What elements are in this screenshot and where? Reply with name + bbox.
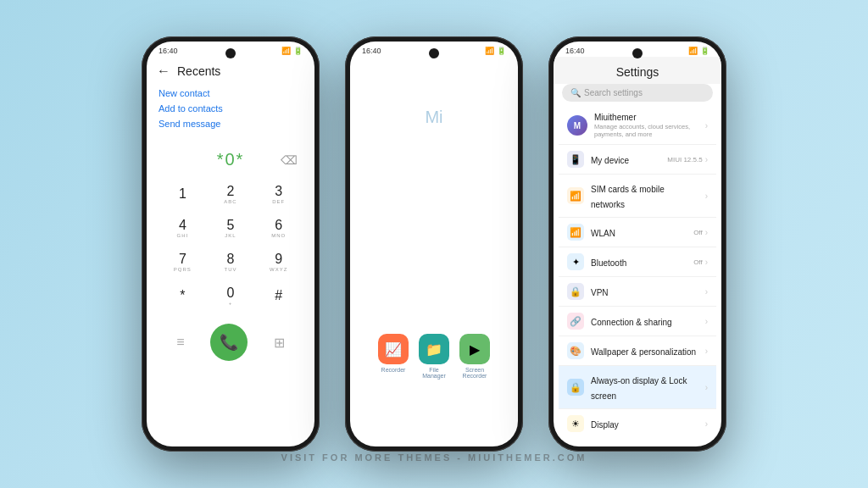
miuithemer-avatar: M — [567, 115, 587, 136]
camera-cutout — [225, 48, 236, 58]
app-filemanager[interactable]: 📁 FileManager — [419, 334, 449, 379]
filemanager-label: FileManager — [422, 367, 446, 379]
dialer-bottom: ≡ 📞 ⊞ — [147, 317, 314, 368]
settings-item-alwayson[interactable]: 🔒 Always-on display & Lock screen › — [559, 366, 716, 409]
app-recorder[interactable]: 📈 Recorder — [378, 334, 409, 379]
time-1: 16:40 — [159, 47, 178, 55]
chevron-icon-3: › — [705, 191, 708, 201]
status-icons-3: 📶 🔋 — [688, 47, 709, 55]
mydevice-content: My device — [591, 152, 660, 167]
dialer-header: ← Recents — [147, 57, 314, 82]
dialer-number: *0* — [217, 150, 245, 169]
dialer-display: *0* ⌫ — [147, 135, 314, 175]
mydevice-name: My device — [591, 156, 629, 165]
settings-item-wallpaper[interactable]: 🎨 Wallpaper & personalization › — [559, 336, 716, 366]
wlan-name: WLAN — [591, 229, 615, 238]
camera-cutout-2 — [429, 48, 439, 58]
connection-content: Connection & sharing — [591, 313, 698, 329]
alwayson-icon: 🔒 — [567, 379, 584, 396]
alwayson-content: Always-on display & Lock screen — [591, 372, 698, 402]
bluetooth-status: Off — [693, 258, 703, 266]
key-7[interactable]: 7PQRS — [164, 246, 201, 278]
phone-settings: 16:40 📶 🔋 Settings 🔍 Search settings M M… — [548, 36, 726, 452]
miuithemer-sub: Manage accounts, cloud services, payment… — [594, 123, 698, 138]
sim-name: SIM cards & mobile networks — [591, 185, 665, 209]
settings-item-miuithemer[interactable]: M Miuithemer Manage accounts, cloud serv… — [559, 107, 716, 145]
miui-badge: MIUI 12.5.5 — [667, 156, 702, 164]
chevron-icon-8: › — [705, 347, 708, 356]
new-contact-option[interactable]: New contact — [159, 86, 303, 101]
camera-cutout-3 — [632, 48, 643, 58]
settings-item-bluetooth[interactable]: ✦ Bluetooth Off › — [559, 247, 716, 277]
keypad-icon[interactable]: ⊞ — [274, 335, 285, 351]
key-3[interactable]: 3DEF — [260, 178, 298, 210]
wallpaper-name: Wallpaper & personalization — [591, 347, 696, 357]
settings-list: M Miuithemer Manage accounts, cloud serv… — [559, 107, 716, 438]
alwayson-name: Always-on display & Lock screen — [591, 376, 687, 401]
bluetooth-content: Bluetooth — [591, 254, 687, 269]
mi-text: Mi — [350, 57, 518, 127]
add-contact-option[interactable]: Add to contacts — [159, 101, 303, 116]
send-message-option[interactable]: Send message — [159, 116, 303, 131]
dialpad-row-1: 1 2ABC 3DEF — [159, 178, 303, 210]
screenrecorder-label: ScreenRecorder — [463, 367, 487, 379]
sim-content: SIM cards & mobile networks — [591, 180, 698, 211]
dialer-options: New contact Add to contacts Send message — [147, 82, 314, 135]
menu-icon[interactable]: ≡ — [176, 335, 184, 350]
key-6[interactable]: 6MNO — [260, 212, 298, 244]
key-9[interactable]: 9WXYZ — [260, 246, 298, 278]
back-icon[interactable]: ← — [157, 64, 170, 79]
wlan-right: Off › — [693, 228, 708, 237]
bluetooth-icon: ✦ — [567, 253, 584, 270]
chevron-icon-10: › — [705, 419, 708, 429]
wlan-icon: 📶 — [567, 224, 584, 241]
vpn-icon: 🔒 — [567, 283, 584, 300]
settings-search[interactable]: 🔍 Search settings — [562, 84, 713, 102]
dialpad: 1 2ABC 3DEF 4GHI 5JKL 6MNO 7PQRS 8TUV 9W… — [147, 175, 314, 317]
recorder-label: Recorder — [381, 367, 406, 373]
key-hash[interactable]: # — [260, 280, 298, 312]
settings-item-display[interactable]: ☀ Display › — [559, 409, 716, 438]
settings-item-vpn[interactable]: 🔒 VPN › — [559, 277, 716, 307]
key-8[interactable]: 8TUV — [212, 246, 249, 278]
search-placeholder: Search settings — [584, 88, 643, 97]
phone-home: 16:40 📶 🔋 Mi 📈 Recorder 📁 FileManager ▶ … — [345, 36, 523, 452]
wlan-status: Off — [693, 229, 703, 236]
key-4[interactable]: 4GHI — [164, 212, 201, 244]
filemanager-icon: 📁 — [419, 334, 449, 364]
watermark-text: VISIT FOR MORE THEMES - MIUITHEMER.COM — [281, 452, 587, 463]
connection-name: Connection & sharing — [591, 318, 672, 327]
settings-item-simcards[interactable]: 📶 SIM cards & mobile networks › — [559, 175, 716, 218]
key-0[interactable]: 0+ — [212, 280, 249, 312]
dialpad-row-3: 7PQRS 8TUV 9WXYZ — [159, 246, 303, 278]
settings-item-wlan[interactable]: 📶 WLAN Off › — [559, 218, 716, 247]
bluetooth-right: Off › — [693, 258, 708, 267]
chevron-icon-2: › — [705, 155, 708, 164]
settings-item-connection[interactable]: 🔗 Connection & sharing › — [559, 307, 716, 336]
miuithemer-name: Miuithemer — [594, 113, 698, 122]
chevron-icon: › — [705, 121, 708, 130]
connection-icon: 🔗 — [567, 313, 584, 330]
key-2[interactable]: 2ABC — [212, 178, 249, 210]
screenrecorder-icon: ▶ — [459, 334, 490, 364]
chevron-icon-7: › — [705, 317, 708, 326]
settings-item-mydevice[interactable]: 📱 My device MIUI 12.5.5 › — [559, 145, 716, 175]
mydevice-icon: 📱 — [567, 151, 584, 168]
dialpad-row-2: 4GHI 5JKL 6MNO — [159, 212, 303, 244]
key-star[interactable]: * — [164, 280, 201, 312]
time-2: 16:40 — [362, 47, 381, 55]
chevron-icon-6: › — [705, 287, 708, 297]
bluetooth-name: Bluetooth — [591, 258, 626, 268]
wlan-content: WLAN — [591, 225, 687, 240]
app-screenrecorder[interactable]: ▶ ScreenRecorder — [459, 334, 490, 379]
delete-icon[interactable]: ⌫ — [281, 153, 298, 167]
miuithemer-content: Miuithemer Manage accounts, cloud servic… — [594, 113, 698, 138]
key-5[interactable]: 5JKL — [212, 212, 249, 244]
chevron-icon-4: › — [705, 228, 708, 237]
mydevice-right: MIUI 12.5.5 › — [667, 155, 708, 164]
dialpad-row-4: * 0+ # — [159, 280, 303, 312]
wallpaper-content: Wallpaper & personalization — [591, 343, 698, 358]
key-1[interactable]: 1 — [164, 178, 201, 210]
search-icon: 🔍 — [570, 88, 581, 97]
call-button[interactable]: 📞 — [210, 324, 248, 361]
